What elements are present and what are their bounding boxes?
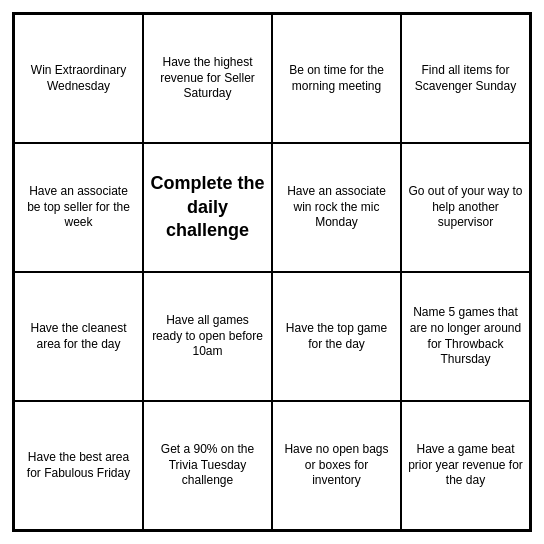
bingo-cell-r2c3[interactable]: Name 5 games that are no longer around f… bbox=[401, 272, 530, 401]
bingo-cell-r2c1[interactable]: Have all games ready to open before 10am bbox=[143, 272, 272, 401]
bingo-cell-r1c0[interactable]: Have an associate be top seller for the … bbox=[14, 143, 143, 272]
bingo-cell-r1c1[interactable]: Complete the daily challenge bbox=[143, 143, 272, 272]
bingo-cell-r1c2[interactable]: Have an associate win rock the mic Monda… bbox=[272, 143, 401, 272]
bingo-board: Win Extraordinary WednesdayHave the high… bbox=[12, 12, 532, 532]
bingo-cell-r3c3[interactable]: Have a game beat prior year revenue for … bbox=[401, 401, 530, 530]
bingo-cell-r2c2[interactable]: Have the top game for the day bbox=[272, 272, 401, 401]
bingo-cell-r0c0[interactable]: Win Extraordinary Wednesday bbox=[14, 14, 143, 143]
bingo-cell-r0c3[interactable]: Find all items for Scavenger Sunday bbox=[401, 14, 530, 143]
bingo-cell-r0c2[interactable]: Be on time for the morning meeting bbox=[272, 14, 401, 143]
bingo-cell-r2c0[interactable]: Have the cleanest area for the day bbox=[14, 272, 143, 401]
bingo-cell-r3c1[interactable]: Get a 90% on the Trivia Tuesday challeng… bbox=[143, 401, 272, 530]
bingo-cell-r1c3[interactable]: Go out of your way to help another super… bbox=[401, 143, 530, 272]
bingo-cell-r3c2[interactable]: Have no open bags or boxes for inventory bbox=[272, 401, 401, 530]
bingo-cell-r0c1[interactable]: Have the highest revenue for Seller Satu… bbox=[143, 14, 272, 143]
bingo-cell-r3c0[interactable]: Have the best area for Fabulous Friday bbox=[14, 401, 143, 530]
